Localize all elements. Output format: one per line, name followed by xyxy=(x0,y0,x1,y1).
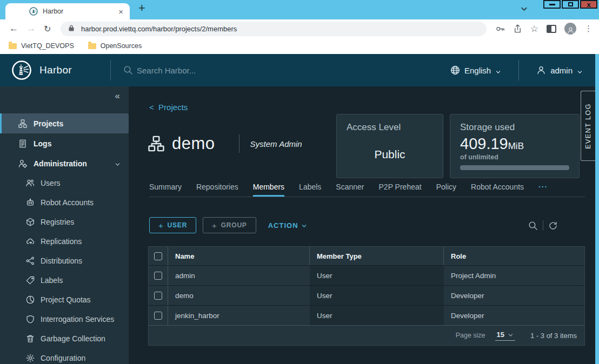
table-row[interactable]: admin User Project Admin xyxy=(149,265,584,285)
card-title: Storage used xyxy=(460,122,569,133)
sidebar-item-replications[interactable]: Replications xyxy=(0,232,129,251)
profile-avatar[interactable] xyxy=(564,23,576,35)
address-bar[interactable]: harbor.prod.viettq.com/harbor/projects/2… xyxy=(61,22,487,36)
action-dropdown-button[interactable]: ACTION xyxy=(268,221,307,230)
sidebar-item-logs[interactable]: Logs xyxy=(0,133,129,153)
cell-member-type: User xyxy=(310,266,444,285)
page-size-select[interactable]: 15 xyxy=(495,331,515,341)
logs-icon xyxy=(18,139,27,148)
browser-menu-icon[interactable]: ⋮ xyxy=(584,24,593,33)
sidebar-item-garbage-collection[interactable]: Garbage Collection xyxy=(0,329,129,348)
close-button[interactable]: x xyxy=(580,0,597,9)
tab-overflow[interactable]: ··· xyxy=(538,183,548,197)
side-panel-icon[interactable] xyxy=(547,25,556,33)
back-to-projects-link[interactable]: < Projects xyxy=(149,103,188,112)
row-select-cell xyxy=(149,286,168,305)
column-role[interactable]: Role xyxy=(444,247,584,265)
column-name[interactable]: Name xyxy=(168,247,310,265)
tab-summary[interactable]: Summary xyxy=(149,183,182,197)
new-tab-button[interactable]: + xyxy=(138,1,145,15)
sidebar-item-label: Garbage Collection xyxy=(41,334,105,343)
tab-close-icon[interactable]: × xyxy=(118,8,123,16)
user-menu[interactable]: admin xyxy=(536,65,583,75)
cell-role: Developer xyxy=(444,306,584,325)
row-checkbox[interactable] xyxy=(154,292,162,300)
add-user-label: USER xyxy=(168,221,188,229)
sidebar-item-users[interactable]: Users xyxy=(0,173,129,193)
user-icon xyxy=(536,65,546,75)
table-header: Name Member Type Role xyxy=(149,247,584,265)
tools-divider xyxy=(543,220,543,231)
items-range: 1 - 3 of 3 items xyxy=(530,332,577,340)
sidebar-item-project-quotas[interactable]: Project Quotas xyxy=(0,290,129,309)
tab-labels[interactable]: Labels xyxy=(299,183,321,197)
harbor-brand[interactable]: Harbor xyxy=(39,64,72,76)
minimize-icon xyxy=(549,4,555,5)
global-search[interactable]: Search Harbor... xyxy=(123,54,196,86)
sidebar-item-configuration[interactable]: Configuration xyxy=(0,348,129,364)
add-group-button[interactable]: + GROUP xyxy=(203,217,256,233)
password-key-icon[interactable] xyxy=(496,24,505,33)
reload-button[interactable]: ↻ xyxy=(44,24,51,34)
event-log-tab[interactable]: EVENT LOG xyxy=(581,91,595,161)
sidebar-item-labels[interactable]: Labels xyxy=(0,271,129,290)
sidebar-item-administration[interactable]: Administration xyxy=(0,153,129,173)
sidebar-collapse-icon[interactable]: « xyxy=(115,91,120,102)
sidebar: « Projects Logs Administration User xyxy=(0,86,129,364)
table-footer: Page size 15 1 - 3 of 3 items xyxy=(149,325,584,345)
bookmark-label: OpenSources xyxy=(101,42,142,50)
refresh-icon[interactable] xyxy=(548,221,558,231)
browser-titlebar: Harbor × + x xyxy=(0,0,599,19)
tab-repositories[interactable]: Repositories xyxy=(196,183,238,197)
tab-policy[interactable]: Policy xyxy=(436,183,456,197)
action-label: ACTION xyxy=(268,221,298,230)
bookmark-folder[interactable]: OpenSources xyxy=(88,42,142,50)
language-label: English xyxy=(464,66,491,75)
bookmark-folder[interactable]: VietTQ_DEVOPS xyxy=(9,42,74,50)
tag-icon xyxy=(26,276,35,285)
storage-unit: MiB xyxy=(508,141,524,151)
row-checkbox[interactable] xyxy=(154,312,162,320)
maximize-button[interactable] xyxy=(562,0,579,9)
sidebar-item-interrogation-services[interactable]: Interrogation Services xyxy=(0,309,129,329)
harbor-logo-icon[interactable] xyxy=(11,59,32,81)
url-text[interactable]: harbor.prod.viettq.com/harbor/projects/2… xyxy=(81,25,237,33)
chevron-down-icon xyxy=(577,68,583,73)
tab-scanner[interactable]: Scanner xyxy=(336,183,364,197)
column-member-type[interactable]: Member Type xyxy=(310,247,444,265)
sidebar-item-robot-accounts[interactable]: Robot Accounts xyxy=(0,193,129,212)
cell-name: demo xyxy=(168,286,310,305)
back-link-label: Projects xyxy=(158,103,188,112)
row-checkbox[interactable] xyxy=(154,272,162,280)
browser-tab[interactable]: Harbor × xyxy=(5,3,130,19)
minimize-button[interactable] xyxy=(543,0,561,9)
cell-role: Project Admin xyxy=(444,266,584,285)
storage-progress-bar xyxy=(460,165,569,170)
tab-robot-accounts[interactable]: Robot Accounts xyxy=(471,183,524,197)
sidebar-nav: Projects Logs Administration Users xyxy=(0,113,129,364)
project-icon xyxy=(148,136,164,152)
search-icon[interactable] xyxy=(528,221,538,231)
language-menu[interactable]: English xyxy=(450,65,501,75)
share-nodes-icon xyxy=(26,257,35,265)
harbor-app: Harbor Search Harbor... English admin xyxy=(0,54,599,364)
shield-icon xyxy=(26,315,35,323)
tab-members[interactable]: Members xyxy=(253,183,284,197)
table-row[interactable]: demo User Developer xyxy=(149,285,584,305)
tab-p2p-preheat[interactable]: P2P Preheat xyxy=(379,183,422,197)
back-button[interactable]: ← xyxy=(9,23,18,34)
sidebar-item-registries[interactable]: Registries xyxy=(0,212,129,232)
globe-icon xyxy=(450,65,460,75)
select-all-checkbox[interactable] xyxy=(154,252,162,260)
search-placeholder: Search Harbor... xyxy=(137,66,196,75)
share-icon[interactable] xyxy=(513,24,522,33)
add-user-button[interactable]: + USER xyxy=(149,217,196,233)
chevron-down-icon xyxy=(301,223,307,228)
sidebar-item-distributions[interactable]: Distributions xyxy=(0,251,129,271)
sidebar-item-projects[interactable]: Projects xyxy=(0,113,129,133)
bookmark-star-icon[interactable]: ☆ xyxy=(530,24,538,33)
event-log-label: EVENT LOG xyxy=(584,103,592,149)
tab-search-chevron-icon[interactable] xyxy=(520,5,528,15)
trash-icon xyxy=(26,334,35,343)
table-row[interactable]: jenkin_harbor User Developer xyxy=(149,305,584,325)
